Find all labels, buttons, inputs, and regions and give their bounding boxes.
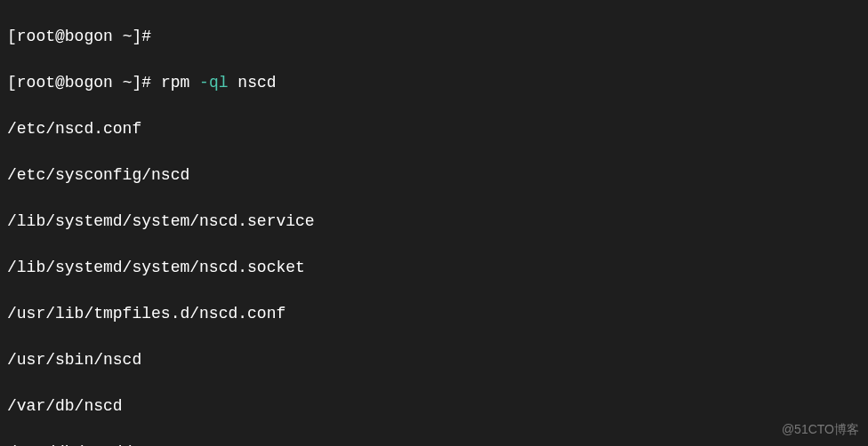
- prompt-dir: ~: [113, 74, 133, 92]
- prompt-user-host: root@bogon: [17, 74, 113, 92]
- command-flag: -ql: [199, 74, 228, 92]
- command-arg: nscd: [237, 74, 276, 92]
- output-line: /etc/sysconfig/nscd: [7, 163, 861, 187]
- terminal[interactable]: [root@bogon ~]# [root@bogon ~]# rpm -ql …: [0, 0, 868, 446]
- output-line: /usr/lib/tmpfiles.d/nscd.conf: [7, 302, 861, 325]
- command-bin: rpm: [161, 74, 189, 92]
- output-line: /lib/systemd/system/nscd.service: [7, 210, 861, 233]
- prompt-open: [: [7, 28, 17, 45]
- output-line: /usr/sbin/nscd: [7, 348, 861, 371]
- prompt-hash: #: [141, 74, 151, 92]
- prompt-line-empty: [root@bogon ~]#: [7, 25, 861, 48]
- output-line: /var/db/nscd: [7, 394, 861, 418]
- prompt-close: ]: [132, 74, 141, 92]
- prompt-close: ]: [132, 28, 141, 45]
- output-line: /var/db/nscd/group: [7, 441, 861, 446]
- output-line: /lib/systemd/system/nscd.socket: [7, 256, 861, 279]
- prompt-line-command: [root@bogon ~]# rpm -ql nscd: [7, 71, 861, 94]
- prompt-open: [: [7, 74, 17, 92]
- prompt-user-host: root@bogon: [17, 28, 113, 45]
- watermark: @51CTO博客: [782, 418, 859, 441]
- prompt-dir: ~: [113, 28, 133, 45]
- prompt-hash: #: [141, 28, 151, 45]
- output-line: /etc/nscd.conf: [7, 117, 861, 140]
